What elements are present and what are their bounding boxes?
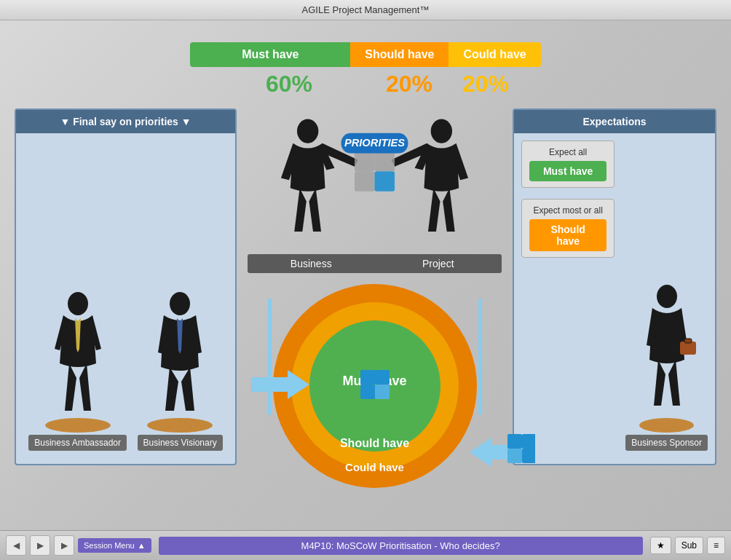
should-have-ring-label: Should have bbox=[340, 437, 409, 450]
priority-bar: Must have Should have Could have bbox=[15, 42, 716, 67]
svg-text:PRIORITIES: PRIORITIES bbox=[344, 137, 405, 149]
bottom-bar: ◀ ▶ ▶ Session Menu ▲ M4P10: MoSCoW Prior… bbox=[0, 530, 731, 560]
percent-row: 60% 20% 20% bbox=[15, 71, 716, 98]
session-menu-icon: ▲ bbox=[138, 541, 146, 550]
project-label: Project bbox=[375, 254, 502, 273]
business-label: Business bbox=[248, 254, 375, 273]
business-sponsor-figure bbox=[638, 283, 696, 414]
sub-button[interactable]: Sub bbox=[675, 537, 703, 554]
svg-rect-19 bbox=[522, 449, 535, 463]
svg-rect-11 bbox=[360, 370, 375, 384]
svg-rect-22 bbox=[684, 339, 692, 343]
must-have-button[interactable]: Must have bbox=[529, 161, 606, 181]
middle-top: PRIORITIES bbox=[248, 109, 502, 254]
next-button-1[interactable]: ▶ bbox=[30, 535, 50, 556]
session-menu-button[interactable]: Session Menu ▲ bbox=[78, 538, 151, 553]
biz-proj-section: Business Project bbox=[248, 254, 502, 277]
visionary-label: Business Visionary bbox=[138, 435, 223, 451]
biz-proj-bar: Business Project bbox=[248, 254, 502, 273]
business-ambassador-figure bbox=[49, 291, 107, 414]
left-panel-title: ▼ Final say on priorities ▼ bbox=[16, 110, 235, 133]
puzzle-arrow-right bbox=[470, 430, 535, 474]
svg-point-3 bbox=[431, 119, 452, 143]
ambassador-label: Business Ambassador bbox=[28, 435, 127, 451]
concentric-circles: Must have Should have Could have bbox=[266, 284, 484, 488]
business-visionary-container: Business Visionary bbox=[138, 291, 223, 451]
expect-all-label: Expect all bbox=[529, 147, 606, 157]
ambassador-base bbox=[45, 418, 111, 433]
priorities-puzzle-scene: PRIORITIES bbox=[248, 109, 502, 254]
svg-rect-5 bbox=[375, 151, 395, 172]
left-panel: ▼ Final say on priorities ▼ bbox=[15, 109, 237, 465]
session-menu-label: Session Menu bbox=[84, 541, 135, 550]
must-have-bar: Must have bbox=[190, 42, 350, 67]
svg-rect-18 bbox=[507, 449, 522, 463]
svg-point-0 bbox=[68, 292, 88, 315]
should-pct: 20% bbox=[369, 71, 449, 98]
must-pct: 60% bbox=[209, 71, 369, 98]
slide-title-label: M4P10: MoSCoW Prioritisation - Who decid… bbox=[159, 537, 643, 555]
main-area: Must have Should have Could have 60% 20%… bbox=[0, 20, 731, 530]
three-column-layout: ▼ Final say on priorities ▼ bbox=[15, 109, 716, 465]
title-bar: AGILE Project Management™ bbox=[0, 0, 731, 20]
could-have-bar: Could have bbox=[449, 42, 540, 67]
toolbar-right: ★ Sub ≡ bbox=[650, 537, 725, 554]
expect-most-label: Expect most or all bbox=[529, 205, 606, 216]
svg-rect-14 bbox=[375, 384, 390, 399]
svg-point-20 bbox=[657, 285, 677, 308]
app-title: AGILE Project Management™ bbox=[302, 4, 430, 15]
svg-marker-10 bbox=[251, 370, 309, 399]
svg-rect-7 bbox=[375, 171, 395, 192]
svg-rect-17 bbox=[522, 434, 535, 449]
should-have-bar: Should have bbox=[350, 42, 449, 67]
right-panel: Expectations Expect all Must have Expect… bbox=[513, 109, 716, 465]
svg-point-2 bbox=[297, 119, 318, 143]
left-panel-content: Business Ambassador bbox=[16, 133, 235, 458]
next-button-2[interactable]: ▶ bbox=[54, 535, 74, 556]
middle-panel: PRIORITIES Business Project bbox=[248, 109, 502, 465]
svg-rect-12 bbox=[375, 370, 390, 384]
visionary-base bbox=[147, 418, 213, 433]
right-person-container: Business Sponsor bbox=[625, 141, 708, 451]
expect-all-box: Expect all Must have bbox=[521, 141, 615, 188]
svg-rect-21 bbox=[680, 342, 696, 355]
list-button[interactable]: ≡ bbox=[707, 537, 725, 554]
puzzle-piece-center bbox=[357, 366, 393, 403]
left-arrow bbox=[251, 370, 309, 399]
should-have-button[interactable]: Should have bbox=[529, 219, 606, 251]
could-pct: 20% bbox=[449, 71, 522, 98]
could-have-ring-label: Could have bbox=[345, 461, 404, 473]
right-panel-title: Expectations bbox=[514, 110, 715, 133]
expect-boxes: Expect all Must have Expect most or all … bbox=[521, 141, 615, 451]
right-panel-content: Expect all Must have Expect most or all … bbox=[514, 133, 715, 458]
svg-rect-13 bbox=[360, 384, 375, 399]
expect-most-box: Expect most or all Should have bbox=[521, 199, 615, 258]
svg-rect-16 bbox=[507, 434, 522, 449]
sponsor-base bbox=[639, 418, 694, 433]
svg-rect-4 bbox=[355, 151, 375, 172]
sponsor-label: Business Sponsor bbox=[625, 435, 708, 451]
svg-rect-6 bbox=[355, 171, 375, 192]
prev-button[interactable]: ◀ bbox=[6, 535, 26, 556]
business-ambassador-container: Business Ambassador bbox=[28, 291, 127, 451]
business-visionary-figure bbox=[151, 291, 209, 414]
star-button[interactable]: ★ bbox=[650, 537, 671, 554]
svg-point-1 bbox=[170, 292, 190, 315]
